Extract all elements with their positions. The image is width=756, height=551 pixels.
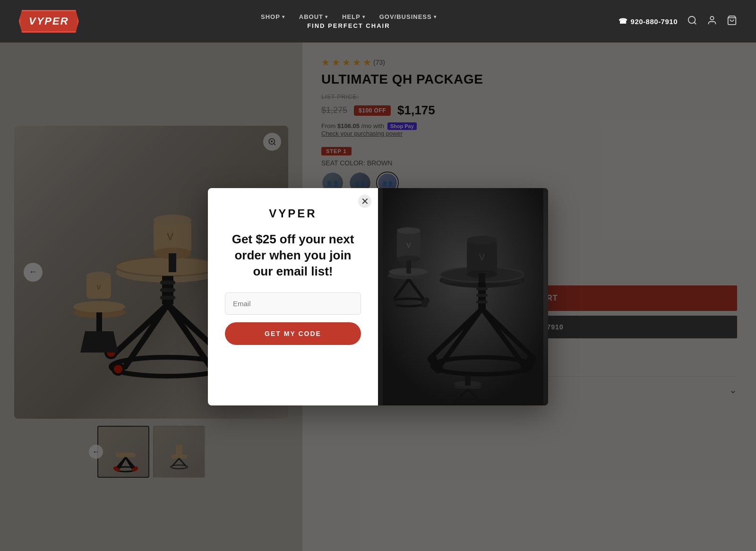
modal-overlay: ✕ VYPER Get $25 off your next order when… <box>0 43 756 551</box>
email-input[interactable] <box>225 293 361 315</box>
svg-line-1 <box>694 22 696 24</box>
svg-text:V: V <box>479 252 485 262</box>
nav-shop[interactable]: SHOP <box>261 13 285 20</box>
navbar: VYPER SHOP ABOUT HELP GOV/BUSINESS FIND … <box>0 0 756 43</box>
navbar-right: ☎ 920-880-7910 <box>619 15 737 28</box>
phone-text: 920-880-7910 <box>631 17 678 26</box>
email-modal: ✕ VYPER Get $25 off your next order when… <box>208 188 548 405</box>
svg-point-97 <box>527 354 536 364</box>
nav-help[interactable]: HELP <box>342 13 365 20</box>
nav-gov-business[interactable]: GOV/BUSINESS <box>379 13 437 20</box>
modal-brand: VYPER <box>269 207 317 220</box>
svg-text:V: V <box>406 241 411 249</box>
svg-point-96 <box>428 354 437 364</box>
svg-point-98 <box>434 364 443 373</box>
svg-rect-89 <box>476 294 488 297</box>
logo[interactable]: VYPER <box>19 10 79 33</box>
find-perfect-chair-link[interactable]: FIND PERFECT CHAIR <box>307 22 390 29</box>
account-icon[interactable] <box>707 15 717 28</box>
search-icon[interactable] <box>687 15 697 28</box>
modal-right-panel: V <box>378 188 548 405</box>
svg-point-99 <box>521 364 530 373</box>
cart-icon[interactable] <box>727 15 737 28</box>
nav-menu: SHOP ABOUT HELP GOV/BUSINESS <box>261 13 437 20</box>
svg-rect-103 <box>465 375 471 386</box>
svg-point-83 <box>467 236 497 244</box>
get-my-code-button[interactable]: GET MY CODE <box>225 322 361 345</box>
svg-rect-70 <box>406 260 411 274</box>
svg-point-0 <box>688 16 696 23</box>
modal-close-button[interactable]: ✕ <box>358 195 371 208</box>
modal-headline: Get $25 off your next order when you joi… <box>225 232 361 279</box>
modal-chair-svg: V <box>383 188 543 405</box>
phone-icon: ☎ <box>619 17 628 26</box>
svg-rect-88 <box>476 287 488 290</box>
svg-point-2 <box>710 16 713 19</box>
svg-point-64 <box>397 227 421 234</box>
main-content: V <box>0 43 756 551</box>
modal-left-panel: ✕ VYPER Get $25 off your next order when… <box>208 188 378 405</box>
svg-point-76 <box>390 301 396 308</box>
phone-number: ☎ 920-880-7910 <box>619 17 678 26</box>
navbar-center: SHOP ABOUT HELP GOV/BUSINESS FIND PERFEC… <box>261 13 437 29</box>
modal-chair-image: V <box>378 188 548 405</box>
svg-rect-90 <box>476 301 488 303</box>
nav-about[interactable]: ABOUT <box>299 13 328 20</box>
svg-point-77 <box>421 301 428 308</box>
